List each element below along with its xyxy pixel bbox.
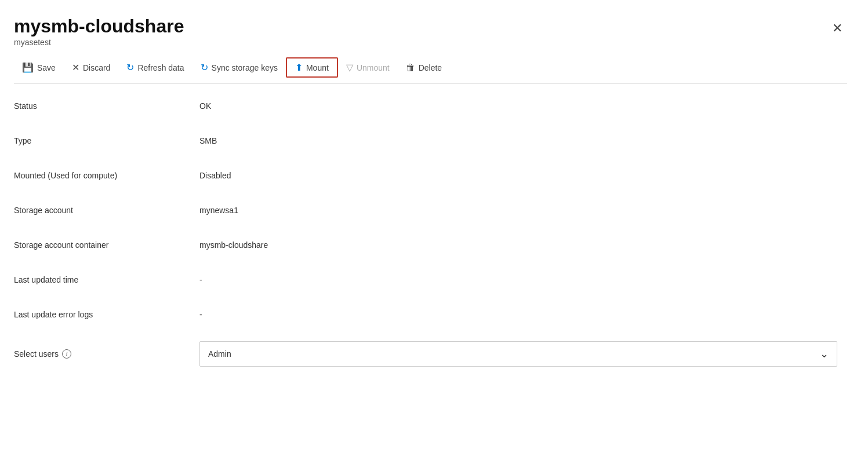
close-button[interactable]: ✕ bbox=[827, 19, 847, 38]
panel-header: mysmb-cloudshare myasetest ✕ bbox=[14, 16, 847, 47]
toolbar: 💾 Save ✕ Discard ↻ Refresh data ↻ Sync s… bbox=[14, 49, 847, 84]
unmount-button[interactable]: ▽ Unmount bbox=[338, 58, 398, 76]
mounted-value: Disabled bbox=[199, 158, 847, 193]
type-value: SMB bbox=[199, 123, 847, 158]
last-error-value: - bbox=[199, 297, 847, 332]
detail-panel: mysmb-cloudshare myasetest ✕ 💾 Save ✕ Di… bbox=[0, 0, 868, 468]
select-users-label-container: Select users i bbox=[14, 332, 199, 376]
last-updated-value: - bbox=[199, 262, 847, 297]
select-users-dropdown[interactable]: Admin ⌄ bbox=[199, 341, 837, 367]
select-users-info-icon: i bbox=[62, 349, 71, 359]
refresh-icon: ↻ bbox=[126, 62, 134, 73]
delete-button[interactable]: 🗑 Delete bbox=[398, 59, 450, 76]
sync-button[interactable]: ↻ Sync storage keys bbox=[193, 58, 286, 76]
select-users-value: Admin bbox=[208, 349, 231, 359]
mount-icon: ⬆ bbox=[295, 62, 303, 73]
delete-icon: 🗑 bbox=[406, 63, 415, 73]
storage-container-value: mysmb-cloudshare bbox=[199, 228, 847, 262]
mount-label: Mount bbox=[306, 63, 329, 72]
save-label: Save bbox=[37, 63, 56, 72]
type-label: Type bbox=[14, 123, 199, 158]
storage-account-value: mynewsa1 bbox=[199, 193, 847, 228]
status-value: OK bbox=[199, 89, 847, 123]
chevron-down-icon: ⌄ bbox=[820, 348, 829, 360]
save-icon: 💾 bbox=[22, 62, 34, 73]
unmount-label: Unmount bbox=[357, 63, 390, 72]
panel-title-block: mysmb-cloudshare myasetest bbox=[14, 16, 184, 47]
select-users-dropdown-container: Admin ⌄ bbox=[199, 332, 847, 376]
storage-account-label: Storage account bbox=[14, 193, 199, 228]
panel-title: mysmb-cloudshare bbox=[14, 16, 184, 36]
sync-icon: ↻ bbox=[201, 62, 208, 73]
last-updated-label: Last updated time bbox=[14, 262, 199, 297]
last-error-label: Last update error logs bbox=[14, 297, 199, 332]
mounted-label: Mounted (Used for compute) bbox=[14, 158, 199, 193]
status-label: Status bbox=[14, 89, 199, 123]
discard-button[interactable]: ✕ Discard bbox=[64, 58, 118, 76]
discard-icon: ✕ bbox=[72, 62, 79, 73]
panel-subtitle: myasetest bbox=[14, 38, 184, 47]
unmount-icon: ▽ bbox=[346, 62, 353, 73]
mount-button[interactable]: ⬆ Mount bbox=[286, 57, 338, 78]
save-button[interactable]: 💾 Save bbox=[14, 58, 64, 76]
storage-container-label: Storage account container bbox=[14, 228, 199, 262]
delete-label: Delete bbox=[419, 63, 442, 72]
refresh-button[interactable]: ↻ Refresh data bbox=[118, 58, 192, 76]
sync-label: Sync storage keys bbox=[212, 63, 278, 72]
discard-label: Discard bbox=[83, 63, 110, 72]
select-users-label: Select users bbox=[14, 349, 59, 359]
fields-grid: Status OK Type SMB Mounted (Used for com… bbox=[14, 89, 847, 376]
refresh-label: Refresh data bbox=[137, 63, 184, 72]
